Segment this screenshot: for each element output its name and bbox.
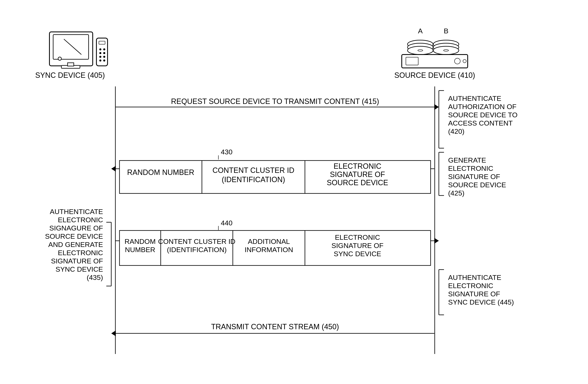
source-device-label: SOURCE DEVICE (410) xyxy=(394,71,475,79)
svg-point-11 xyxy=(103,52,105,54)
packet-440-cell1-line1: RANDOM xyxy=(125,237,156,245)
annotation-right-bottom-line4: SYNC DEVICE (445) xyxy=(448,298,514,306)
annotation-left-line2: ELECTRONIC xyxy=(58,216,103,224)
annotation-right-bottom-line1: AUTHENTICATE xyxy=(448,273,501,281)
svg-text:(420): (420) xyxy=(448,127,464,135)
annotation-left-line3: SIGNAGURE OF xyxy=(49,224,103,232)
svg-text:SOURCE DEVICE: SOURCE DEVICE xyxy=(448,181,506,189)
packet-440-cell3-line2: INFORMATION xyxy=(245,246,293,253)
label-a: A xyxy=(418,27,423,35)
svg-point-9 xyxy=(103,48,105,50)
packet-440-id: 440 xyxy=(221,219,232,227)
svg-text:SOURCE DEVICE TO: SOURCE DEVICE TO xyxy=(448,111,518,119)
annotation-right-bottom-line2: ELECTRONIC xyxy=(448,282,493,289)
svg-point-5 xyxy=(58,57,62,60)
packet-430-cell2-line1: CONTENT CLUSTER ID xyxy=(212,166,294,174)
packet-440-cell2-line2: (IDENTIFICATION) xyxy=(167,246,227,253)
annotation-left-line6: ELECTRONIC xyxy=(58,249,103,257)
packet-430-cell1-line1: RANDOM NUMBER xyxy=(127,168,194,176)
packet-440-cell4-line3: SYNC DEVICE xyxy=(334,250,381,258)
packet-430-cell3-line1: ELECTRONIC xyxy=(334,162,381,170)
svg-marker-31 xyxy=(434,104,439,110)
svg-text:(425): (425) xyxy=(448,189,464,197)
packet-430-cell2-line2: (IDENTIFICATION) xyxy=(222,175,285,184)
svg-marker-66 xyxy=(111,330,116,336)
annotation-left-line1: AUTHENTICATE xyxy=(50,208,103,215)
svg-point-8 xyxy=(99,48,101,50)
request-arrow-label: REQUEST SOURCE DEVICE TO TRANSMIT CONTEN… xyxy=(171,97,379,106)
svg-point-27 xyxy=(463,59,466,63)
annotation-left-line9: (435) xyxy=(87,273,103,281)
svg-marker-40 xyxy=(111,166,116,172)
svg-rect-1 xyxy=(53,35,89,59)
svg-point-13 xyxy=(103,56,105,58)
packet-440-cell2-line1: CONTENT CLUSTER ID xyxy=(158,237,235,245)
packet-440-cell4-line2: SIGNATURE OF xyxy=(332,242,384,250)
packet-440-cell1-line2: NUMBER xyxy=(125,246,155,253)
annotation-left-line4: SOURCE DEVICE xyxy=(45,232,103,240)
svg-text:ELECTRONIC: ELECTRONIC xyxy=(448,164,493,172)
label-b: B xyxy=(444,27,448,35)
svg-point-23 xyxy=(443,50,448,51)
svg-text:ACCESS CONTENT: ACCESS CONTENT xyxy=(448,119,513,127)
svg-point-10 xyxy=(99,52,101,54)
annotation-right-bottom-line3: SIGNATURE OF xyxy=(448,290,500,298)
svg-point-14 xyxy=(99,59,101,61)
svg-point-26 xyxy=(455,58,460,64)
annotation-right-middle: GENERATE xyxy=(448,156,486,164)
packet-440-cell3-line1: ADDITIONAL xyxy=(248,237,290,245)
packet-440-cell4-line1: ELECTRONIC xyxy=(335,233,380,241)
annotation-left-line7: SIGNATURE OF xyxy=(51,257,103,265)
svg-rect-7 xyxy=(99,41,105,44)
diagram-container: SYNC DEVICE (405) A B SOURCE DEVICE (410… xyxy=(0,0,588,384)
svg-point-19 xyxy=(418,50,423,51)
packet-430-cell3-line3: SOURCE DEVICE xyxy=(327,178,388,187)
svg-text:SIGNATURE OF: SIGNATURE OF xyxy=(448,173,500,180)
svg-point-15 xyxy=(103,59,105,61)
svg-marker-57 xyxy=(434,238,439,244)
annotation-left-line8: SYNC DEVICE xyxy=(56,265,103,273)
svg-rect-25 xyxy=(406,57,418,65)
annotation-left-line5: AND GENERATE xyxy=(48,241,103,248)
packet-430-id: 430 xyxy=(221,148,232,156)
packet-430-cell3-line2: SIGNATURE OF xyxy=(330,170,385,179)
svg-point-12 xyxy=(99,56,101,58)
svg-text:AUTHORIZATION OF: AUTHORIZATION OF xyxy=(448,103,517,111)
transmit-arrow-label: TRANSMIT CONTENT STREAM (450) xyxy=(211,323,339,331)
sync-device-label: SYNC DEVICE (405) xyxy=(35,71,105,79)
svg-rect-4 xyxy=(68,63,74,66)
annotation-right-top: AUTHENTICATE xyxy=(448,95,501,102)
